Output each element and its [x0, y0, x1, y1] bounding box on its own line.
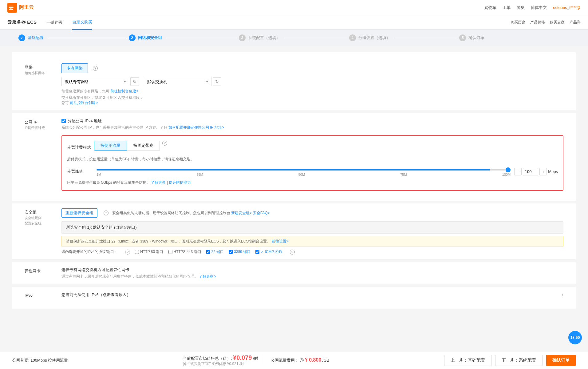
slider-container: 1M 25M 50M 75M 100M [97, 167, 511, 176]
bandwidth-section: 带宽计费模式 按使用流量 按固定带宽 ? 后付费模式，按使用流量（单位为GB）计… [61, 135, 563, 191]
steps-bar: ✓ 基础配置 2 网络和安全组 3 系统配置（选填） 4 分组设置（选填） 5 … [0, 30, 588, 46]
step-1-circle: ✓ [18, 34, 25, 41]
sg-help-icon[interactable]: ? [104, 211, 109, 215]
sg-faq-link[interactable]: 安全FAQ> [253, 211, 270, 215]
bandwidth-help-icon[interactable]: ? [162, 141, 167, 146]
vpc-create-link[interactable]: 前往控制台创建> [110, 89, 138, 93]
step-2-label: 网络和安全组 [138, 35, 162, 41]
port-https-label[interactable]: HTTPS 443 端口 [168, 249, 201, 255]
assign-ip-checkbox[interactable] [61, 119, 66, 123]
step-line-2 [167, 38, 237, 38]
elastic-ip-link[interactable]: 如何配置并绑定弹性公网 IP 地址> [168, 125, 224, 130]
link-product[interactable]: 产品详 [570, 20, 581, 25]
icmp-help-icon[interactable]: ? [290, 250, 295, 255]
step-1: ✓ 基础配置 [18, 34, 129, 41]
bandwidth-mode-buttons: 按使用流量 按固定带宽 ? [94, 141, 167, 150]
step-4-circle: 4 [349, 34, 356, 41]
footer: 公网带宽: 100Mbps 按使用流量 当前配置市场价格总（价）: ¥0.079… [0, 351, 588, 354]
username[interactable]: octopus_t****@ [553, 5, 581, 10]
btn-flow[interactable]: 按使用流量 [94, 141, 127, 150]
section-divider-3 [12, 260, 576, 262]
public-ip-label: 公网 IP 公网带宽计费 [25, 118, 61, 196]
port-icmp-label[interactable]: ✓ ICMP 协议 [255, 249, 282, 255]
port-https-checkbox[interactable] [168, 250, 172, 254]
sg-settings-link[interactable]: 前往设置> [272, 239, 289, 243]
network-help-icon[interactable]: ? [93, 66, 98, 71]
vsw-refresh-button[interactable]: ↻ [213, 77, 221, 86]
bandwidth-protection: 阿里云免费提供最高 5Gbps 的恶意流量攻击防护。 了解更多 | 提升防护能力 [67, 180, 558, 185]
step-2: 2 网络和安全组 [129, 34, 239, 41]
assign-ip-checkbox-label[interactable]: 分配公网 IPv4 地址 [61, 118, 563, 124]
vsw-create-link[interactable]: 前往控制台创建> [70, 101, 98, 105]
vsw-select[interactable]: 默认交换机 [144, 77, 211, 86]
header-right: 购物车 工单 警奥 简体中文 octopus_t****@ [484, 5, 581, 10]
port-3389-checkbox[interactable] [229, 250, 233, 254]
nic-learn-more-link[interactable]: 了解更多> [199, 274, 216, 279]
ipv6-arrow-icon[interactable]: › [562, 292, 563, 297]
port-22-label[interactable]: 22 端口 [206, 249, 224, 255]
subnav-left: 云服务器 ECS 一键购买 自定义购买 [7, 15, 92, 30]
network-row: 网络 如何选择网络 专有网络 ? 默认专有网络 ↻ [12, 58, 576, 111]
port-22-checkbox[interactable] [206, 250, 210, 254]
btn-fixed[interactable]: 按固定带宽 [127, 141, 160, 150]
subnav: 云服务器 ECS 一键购买 自定义购买 购买历史 产品价格 购买云盘 产品详 [0, 15, 588, 30]
subnav-right: 购买历史 产品价格 购买云盘 产品详 [511, 20, 581, 25]
nic-hint: 通过弹性网卡，您可以实现高可用集群搭建，低成本故障转移和精细化的网络管理。 了解… [61, 274, 563, 279]
security-group-row: 安全组 安全组规则 配置安全组 重新选择安全组 ? 安全组类似防火墙功能，用于设… [12, 203, 576, 260]
step-1-label: 基础配置 [28, 35, 44, 41]
elastic-nic-label: 弹性网卡 [25, 267, 61, 279]
tools-link[interactable]: 工单 [503, 5, 511, 10]
bandwidth-unit: Mbps [548, 169, 558, 174]
tab-custom[interactable]: 自定义购买 [72, 15, 92, 30]
port-icmp-checkbox[interactable] [255, 250, 259, 254]
public-ip-row: 公网 IP 公网带宽计费 分配公网 IPv4 地址 系统会分配公网 IP，也可采… [12, 113, 576, 201]
link-price[interactable]: 产品价格 [530, 20, 545, 25]
step-5-circle: 5 [459, 34, 466, 41]
peak-label: 带宽峰值 [67, 167, 92, 174]
step-3: 3 系统配置（选填） [239, 34, 349, 41]
port-3389-label[interactable]: 3389 端口 [229, 249, 251, 255]
link-history[interactable]: 购买历史 [511, 20, 525, 25]
slider-marks: 1M 25M 50M 75M 100M [97, 173, 511, 176]
section-divider-1 [12, 111, 576, 113]
link-disk[interactable]: 购买云盘 [550, 20, 565, 25]
alerts-link[interactable]: 警奥 [517, 5, 525, 10]
bandwidth-slider[interactable] [97, 169, 511, 170]
ports-help-icon[interactable]: ? [125, 250, 130, 255]
svg-text:云: 云 [9, 5, 14, 10]
network-type-button[interactable]: 专有网络 [61, 63, 88, 73]
enhance-protection-link[interactable]: 提升防护能力 [169, 180, 191, 185]
step-3-label: 系统配置（选填） [248, 35, 280, 41]
bandwidth-increase-button[interactable]: + [539, 168, 547, 175]
time-badge: 18:50 [568, 331, 582, 344]
step-5: 5 确认订单 [459, 34, 570, 41]
public-ip-content: 分配公网 IPv4 地址 系统会分配公网 IP，也可采用更加灵活的弹性公网 IP… [61, 118, 563, 196]
bandwidth-value-input[interactable] [523, 168, 538, 175]
section-divider-4 [12, 284, 576, 287]
reselect-sg-button[interactable]: 重新选择安全组 [61, 208, 97, 218]
port-http-label[interactable]: HTTP 80 端口 [135, 249, 163, 255]
ipv6-content: 您当前无法使用 IPv6（点击查看原因） › [61, 292, 563, 298]
logo-icon: 云 [7, 3, 17, 13]
elastic-nic-row: 弹性网卡 选择专有网络交换机方可配置弹性网卡 通过弹性网卡，您可以实现高可用集群… [12, 262, 576, 284]
bandwidth-decrease-button[interactable]: − [514, 168, 522, 175]
ipv6-text[interactable]: 您当前无法使用 IPv6（点击查看原因） [61, 292, 131, 298]
cart-link[interactable]: 购物车 [484, 5, 496, 10]
step-line-3 [285, 38, 347, 38]
logo-text: 阿里云 [19, 4, 34, 11]
network-label: 网络 如何选择网络 [25, 63, 61, 106]
security-group-content: 重新选择安全组 ? 安全组类似防火墙功能，用于设置网络访问控制。您也可以到管理控… [61, 208, 563, 255]
language-selector[interactable]: 简体中文 [531, 5, 547, 10]
step-4-label: 分组设置（选填） [358, 35, 390, 41]
learn-more-link[interactable]: 了解更多 [151, 180, 166, 185]
new-sg-link[interactable]: 新建安全组> [231, 211, 252, 215]
sg-ports: 请勿选要开通的IPv4的协议/端口： ? HTTP 80 端口 HTTPS 44… [61, 249, 563, 255]
vpc-select[interactable]: 默认专有网络 [61, 77, 129, 86]
slider-wrap: 1M 25M 50M 75M 100M − [97, 167, 558, 176]
network-content: 专有网络 ? 默认专有网络 ↻ 默认交换机 ↻ [61, 63, 563, 106]
tab-quick[interactable]: 一键购买 [46, 15, 62, 30]
step-2-circle: 2 [129, 34, 136, 41]
port-http-checkbox[interactable] [135, 250, 139, 254]
security-group-label: 安全组 安全组规则 配置安全组 [25, 208, 61, 255]
vpc-refresh-button[interactable]: ↻ [130, 77, 139, 86]
